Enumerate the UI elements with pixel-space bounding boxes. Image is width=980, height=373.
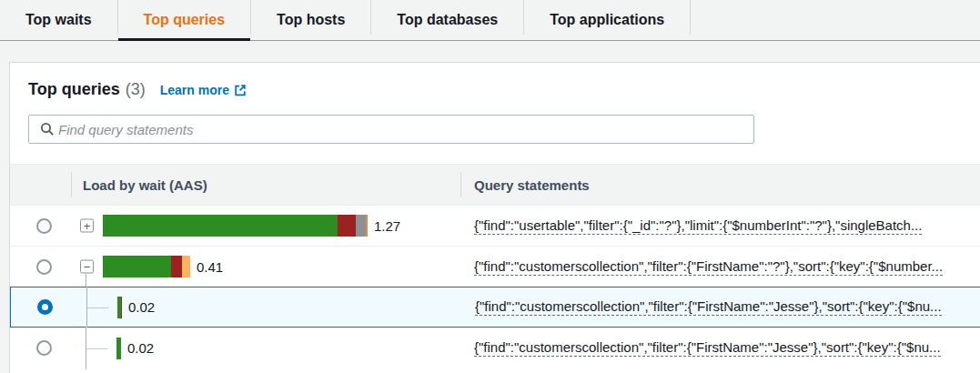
selection-cell [10, 328, 71, 368]
query-statement-link[interactable]: {"find":"usertable","filter":{"_id":"?"}… [474, 217, 922, 235]
load-bar-segment-green [116, 338, 121, 359]
load-bar-segment-darkred [171, 256, 182, 277]
page-title: Top queries [28, 78, 120, 100]
load-value: 0.41 [197, 259, 223, 275]
table-body: +1.27{"find":"usertable","filter":{"_id"… [10, 205, 980, 368]
tab-top-hosts[interactable]: Top hosts [251, 0, 370, 40]
load-bar [117, 297, 122, 318]
load-cell: 0.02 [72, 287, 461, 327]
search-box [28, 115, 754, 144]
query-cell: {"find":"customerscollection","filter":{… [460, 328, 980, 368]
query-cell: {"find":"customerscollection","filter":{… [460, 247, 980, 287]
query-column-header: Query statements [460, 165, 980, 205]
search-input[interactable] [58, 122, 746, 137]
tree-branch-line [87, 307, 108, 308]
load-bar [116, 338, 121, 359]
tree-branch-line [86, 348, 107, 349]
learn-more-link[interactable]: Learn more [160, 83, 247, 97]
selection-cell [10, 206, 71, 246]
query-statement-link[interactable]: {"find":"customerscollection","filter":{… [474, 339, 941, 357]
tab-separator [690, 0, 691, 35]
tab-top-applications[interactable]: Top applications [524, 0, 690, 40]
load-bar-segment-green [103, 256, 171, 277]
load-cell: 0.02 [71, 328, 460, 368]
load-bar-segment-orange [366, 215, 368, 237]
table-row[interactable]: +1.27{"find":"usertable","filter":{"_id"… [10, 205, 980, 246]
table-row[interactable]: −0.41{"find":"customerscollection","filt… [10, 246, 980, 287]
query-cell: {"find":"customerscollection","filter":{… [461, 287, 980, 327]
search-icon [40, 122, 55, 136]
load-bar-segment-darkred [338, 215, 356, 237]
load-bar-segment-green [103, 215, 338, 237]
table-row[interactable]: 0.02{"find":"customerscollection","filte… [10, 287, 980, 328]
load-cell: +1.27 [71, 206, 460, 246]
external-link-icon [234, 84, 247, 96]
top-queries-panel: Top queries (3) Learn more Load by wait … [9, 62, 980, 373]
tab-top-waits[interactable]: Top waits [0, 0, 117, 40]
row-radio-button[interactable] [36, 340, 52, 356]
load-bar-segment-gray [356, 215, 366, 237]
load-value: 0.02 [127, 340, 154, 356]
query-statement-link[interactable]: {"find":"customerscollection","filter":{… [474, 258, 943, 276]
row-radio-button[interactable] [36, 218, 52, 234]
tree-connector-line [86, 274, 86, 287]
collapse-row-icon[interactable]: − [80, 260, 94, 274]
tab-bar: Top waitsTop queriesTop hostsTop databas… [0, 0, 980, 41]
load-value: 0.02 [128, 299, 155, 315]
load-bar-segment-peach [182, 256, 190, 277]
query-count-badge: (3) [126, 80, 146, 99]
load-value: 1.27 [374, 218, 400, 234]
tab-top-databases[interactable]: Top databases [371, 0, 523, 40]
selection-column-header [10, 165, 71, 205]
load-bar-segment-darkred [121, 297, 122, 318]
load-cell: −0.41 [71, 247, 460, 287]
query-cell: {"find":"usertable","filter":{"_id":"?"}… [460, 206, 980, 246]
query-statement-link[interactable]: {"find":"customerscollection","filter":{… [475, 298, 942, 316]
tab-top-queries[interactable]: Top queries [118, 0, 251, 40]
row-radio-button[interactable] [36, 259, 52, 275]
selection-cell [11, 287, 72, 327]
load-bar [103, 256, 190, 277]
expand-row-icon[interactable]: + [80, 219, 94, 233]
panel-header: Top queries (3) Learn more [10, 63, 980, 100]
table-header: Load by wait (AAS) Query statements [10, 164, 980, 205]
table-row[interactable]: 0.02{"find":"customerscollection","filte… [10, 328, 980, 368]
learn-more-label: Learn more [160, 83, 229, 97]
row-radio-button[interactable] [37, 299, 53, 315]
load-bar [103, 215, 368, 237]
load-column-header: Load by wait (AAS) [71, 165, 460, 205]
selection-cell [10, 247, 71, 287]
